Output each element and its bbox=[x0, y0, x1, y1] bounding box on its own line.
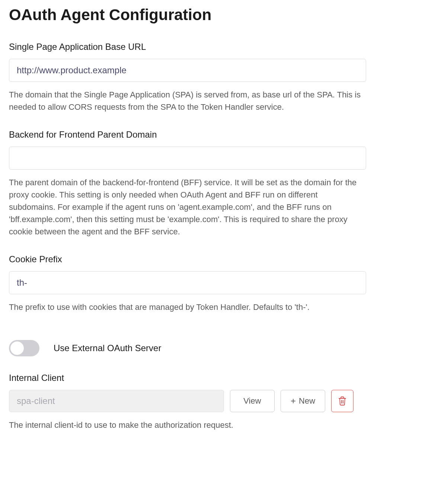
delete-button[interactable] bbox=[331, 390, 353, 412]
new-button[interactable]: + New bbox=[281, 390, 325, 412]
external-oauth-toggle-label: Use External OAuth Server bbox=[54, 343, 161, 353]
bff-parent-domain-label: Backend for Frontend Parent Domain bbox=[9, 129, 439, 140]
toggle-knob bbox=[10, 341, 24, 355]
plus-icon: + bbox=[291, 397, 296, 405]
internal-client-help: The internal client-id to use to make th… bbox=[9, 419, 366, 431]
field-cookie-prefix: Cookie Prefix The prefix to use with coo… bbox=[9, 254, 439, 313]
bff-parent-domain-help: The parent domain of the backend-for-fro… bbox=[9, 176, 366, 238]
view-button-label: View bbox=[243, 396, 261, 406]
cookie-prefix-label: Cookie Prefix bbox=[9, 254, 439, 264]
internal-client-label: Internal Client bbox=[9, 373, 439, 383]
cookie-prefix-input[interactable] bbox=[9, 271, 366, 294]
field-spa-base-url: Single Page Application Base URL The dom… bbox=[9, 42, 439, 113]
internal-client-input bbox=[9, 390, 224, 412]
spa-base-url-help: The domain that the Single Page Applicat… bbox=[9, 89, 366, 113]
field-bff-parent-domain: Backend for Frontend Parent Domain The p… bbox=[9, 129, 439, 238]
spa-base-url-input[interactable] bbox=[9, 59, 366, 82]
bff-parent-domain-input[interactable] bbox=[9, 147, 366, 170]
view-button[interactable]: View bbox=[230, 390, 275, 412]
field-internal-client: Internal Client View + New The internal … bbox=[9, 373, 439, 431]
new-button-label: New bbox=[299, 396, 315, 406]
page-title: OAuth Agent Configuration bbox=[9, 6, 439, 24]
external-oauth-toggle-row: Use External OAuth Server bbox=[9, 340, 439, 356]
spa-base-url-label: Single Page Application Base URL bbox=[9, 42, 439, 52]
cookie-prefix-help: The prefix to use with cookies that are … bbox=[9, 301, 366, 313]
trash-icon bbox=[338, 396, 347, 406]
external-oauth-toggle[interactable] bbox=[9, 340, 39, 356]
